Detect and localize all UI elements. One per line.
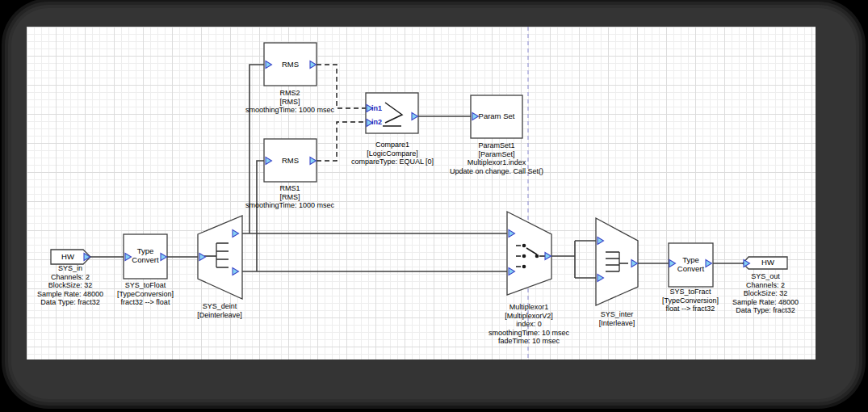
- layout-canvas[interactable]: HW Type Convert RMS RMS Param Set Type C…: [27, 27, 816, 359]
- block-rms1[interactable]: [264, 139, 317, 182]
- block-rms2[interactable]: [264, 43, 317, 86]
- block-compare1[interactable]: [366, 93, 418, 133]
- screenshot-root: { "window": { "kind": "audio-weaver-layo…: [0, 0, 868, 412]
- wire-rms1-to-compare-in2[interactable]: [317, 122, 367, 161]
- wire-mux-to-inter[interactable]: [551, 241, 598, 278]
- wire-rms2-to-compare-in1[interactable]: [317, 65, 367, 108]
